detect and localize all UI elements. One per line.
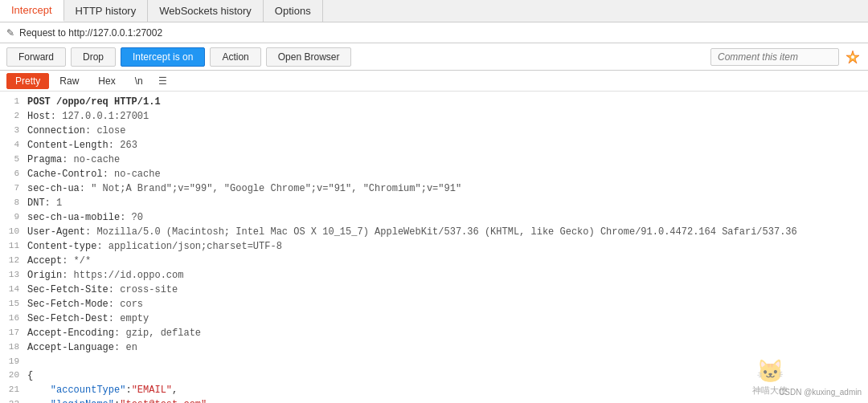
table-row: 22 "loginName":"test@test.com", <box>0 397 868 404</box>
pretty-button[interactable]: Pretty <box>6 73 49 89</box>
request-url: Request to http://127.0.0.1:27002 <box>19 27 162 39</box>
table-row: 20{ <box>0 368 868 383</box>
svg-point-2 <box>851 55 854 59</box>
http-lines: 1POST /oppo/req HTTP/1.12Host: 127.0.0.1… <box>0 95 868 383</box>
toolbar: Forward Drop Intercept is on Action Open… <box>0 43 868 71</box>
table-row: 10User-Agent: Mozilla/5.0 (Macintosh; In… <box>0 225 868 239</box>
open-browser-button[interactable]: Open Browser <box>266 47 352 67</box>
table-row: 8DNT: 1 <box>0 196 868 210</box>
format-bar: Pretty Raw Hex \n ☰ <box>0 71 868 92</box>
action-button[interactable]: Action <box>210 47 260 67</box>
comment-input[interactable] <box>710 48 839 66</box>
table-row: 14Sec-Fetch-Site: cross-site <box>0 283 868 297</box>
table-row: 9sec-ch-ua-mobile: ?0 <box>0 210 868 225</box>
menu-icon[interactable]: ☰ <box>154 74 172 88</box>
request-line: ✎ Request to http://127.0.0.1:27002 <box>0 22 868 43</box>
table-row: 16Sec-Fetch-Dest: empty <box>0 311 868 326</box>
table-row: 15Sec-Fetch-Mode: cors <box>0 297 868 311</box>
tab-intercept[interactable]: Intercept <box>0 0 64 22</box>
hex-button[interactable]: Hex <box>89 73 124 89</box>
csdn-label: CSDN @kuxing_admin <box>779 388 862 397</box>
drop-button[interactable]: Drop <box>71 47 116 67</box>
watermark-icon: 🐱 <box>752 358 788 385</box>
table-row: 18Accept-Language: en <box>0 340 868 355</box>
raw-button[interactable]: Raw <box>51 73 88 89</box>
table-row: 12Accept: */* <box>0 254 868 268</box>
edit-icon: ✎ <box>6 27 14 39</box>
ln-button[interactable]: \n <box>126 73 152 89</box>
intercept-button[interactable]: Intercept is on <box>121 47 205 67</box>
table-row: 2Host: 127.0.0.1:27001 <box>0 109 868 124</box>
color-icon[interactable] <box>844 48 862 66</box>
tab-bar: Intercept HTTP history WebSockets histor… <box>0 0 868 22</box>
tab-websockets-history[interactable]: WebSockets history <box>148 0 264 22</box>
table-row: 6Cache-Control: no-cache <box>0 167 868 181</box>
tab-options[interactable]: Options <box>264 0 323 22</box>
table-row: 11Content-type: application/json;charset… <box>0 239 868 254</box>
json-body: 21 "accountType":"EMAIL",22 "loginName":… <box>0 383 868 404</box>
content-area[interactable]: 1POST /oppo/req HTTP/1.12Host: 127.0.0.1… <box>0 92 868 403</box>
table-row: 1POST /oppo/req HTTP/1.1 <box>0 95 868 109</box>
table-row: 13Origin: https://id.oppo.com <box>0 268 868 283</box>
tab-http-history[interactable]: HTTP history <box>64 0 149 22</box>
table-row: 7sec-ch-ua: " Not;A Brand";v="99", "Goog… <box>0 181 868 196</box>
table-row: 21 "accountType":"EMAIL", <box>0 383 868 397</box>
table-row: 3Connection: close <box>0 124 868 138</box>
table-row: 4Content-Length: 263 <box>0 138 868 153</box>
forward-button[interactable]: Forward <box>6 47 66 67</box>
table-row: 17Accept-Encoding: gzip, deflate <box>0 326 868 340</box>
table-row: 19 <box>0 355 868 368</box>
table-row: 5Pragma: no-cache <box>0 153 868 167</box>
